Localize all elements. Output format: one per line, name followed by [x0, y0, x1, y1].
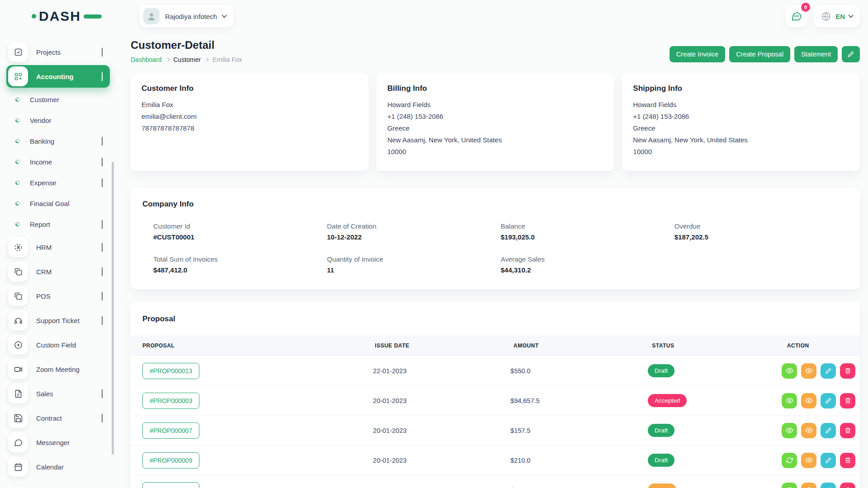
delete-button[interactable] — [840, 393, 855, 408]
sidebar-item-pos[interactable]: POS — [6, 285, 110, 307]
pencil-icon — [847, 51, 854, 58]
sidebar-subitem-expense[interactable]: Expense — [6, 173, 110, 192]
edit-button[interactable] — [821, 423, 836, 438]
shipping-zip: 10000 — [633, 146, 849, 157]
top-header: DASH Rajodiya infotech 0 EN — [0, 0, 868, 33]
preview-button[interactable] — [801, 423, 816, 438]
sidebar-item-messenger[interactable]: Messenger — [6, 431, 110, 454]
edit-button[interactable] — [821, 393, 836, 408]
pencil-icon — [825, 427, 832, 434]
chevron-right-icon — [102, 158, 103, 166]
delete-button[interactable] — [840, 363, 855, 379]
chevron-right-icon — [205, 58, 208, 61]
column-amount: AMOUNT — [514, 343, 652, 349]
amount: $550.0 — [510, 367, 648, 375]
sidebar-item-crm[interactable]: CRM — [6, 260, 110, 283]
proposal-id-link[interactable]: #PROP000013 — [142, 363, 199, 379]
delete-button[interactable] — [840, 483, 855, 488]
create-invoice-button[interactable]: Create Invoice — [670, 46, 726, 62]
delete-button[interactable] — [840, 453, 855, 468]
proposal-id-link[interactable]: #PROP000003 — [142, 393, 199, 409]
view-button[interactable] — [782, 423, 797, 438]
customer-info-card: Customer Info Emilia Fox emilia@client.c… — [131, 73, 368, 171]
sidebar-subitem-label: Finacial Goal — [30, 200, 70, 207]
card-title: Billing Info — [387, 84, 604, 93]
chevron-right-icon — [102, 414, 103, 422]
edit-button[interactable] — [821, 483, 836, 488]
edit-customer-button[interactable] — [842, 46, 860, 62]
card-title: Customer Info — [142, 84, 358, 93]
breadcrumb-dashboard[interactable]: Dashboard — [131, 56, 162, 63]
convert-button[interactable] — [782, 453, 797, 468]
proposal-table: PROPOSAL ISSUE DATE AMOUNT STATUS ACTION… — [131, 335, 860, 488]
customer-email: emilia@client.com — [142, 111, 358, 122]
bullet-icon — [15, 201, 20, 206]
sidebar-subitem-banking[interactable]: Banking — [6, 131, 110, 151]
preview-button[interactable] — [801, 363, 816, 379]
sidebar: Projects Accounting Customer Vendor Bank… — [0, 33, 115, 488]
sidebar-item-label: Messenger — [36, 439, 70, 446]
checkbox-icon — [8, 42, 28, 62]
statement-button[interactable]: Statement — [794, 46, 838, 62]
workspace-avatar — [143, 8, 160, 24]
bullet-icon — [15, 180, 20, 185]
trash-icon — [844, 457, 851, 464]
sidebar-subitem-finacial-goal[interactable]: Finacial Goal — [6, 193, 110, 213]
eye-icon — [805, 397, 813, 404]
billing-info-card: Billing Info Howard Fields +1 (248) 153-… — [377, 73, 614, 171]
sidebar-item-zoom-meeting[interactable]: Zoom Meeting — [6, 358, 110, 380]
sidebar-item-hrm[interactable]: HRM — [6, 236, 110, 258]
sidebar-subitem-customer[interactable]: Customer — [6, 89, 110, 109]
chevron-right-icon — [102, 220, 103, 229]
preview-button[interactable] — [801, 453, 816, 468]
create-proposal-button[interactable]: Create Proposal — [729, 46, 790, 62]
messages-button[interactable]: 0 — [786, 5, 807, 27]
edit-button[interactable] — [821, 453, 836, 468]
sidebar-item-projects[interactable]: Projects — [6, 41, 110, 63]
calendar-icon — [8, 457, 28, 477]
view-button[interactable] — [782, 393, 797, 408]
proposal-id-link[interactable]: #PROP000004 — [142, 482, 199, 488]
sidebar-item-accounting[interactable]: Accounting — [6, 65, 110, 88]
table-header-row: PROPOSAL ISSUE DATE AMOUNT STATUS ACTION — [131, 335, 860, 356]
table-row: #PROP000013 22-01-2023 $550.0 Draft — [131, 356, 860, 386]
preview-button[interactable] — [801, 483, 816, 488]
sidebar-subitem-label: Banking — [30, 137, 54, 145]
sidebar-subitem-report[interactable]: Report — [6, 214, 110, 234]
page-title: Customer-Detail — [131, 39, 242, 52]
view-button[interactable] — [782, 483, 797, 488]
sidebar-subitem-label: Vendor — [30, 117, 52, 124]
proposal-id-link[interactable]: #PROP000007 — [142, 422, 199, 439]
breadcrumb-current: Emilia Fox — [212, 56, 242, 63]
sidebar-item-custom-field[interactable]: Custom Field — [6, 333, 110, 356]
column-issue-date: ISSUE DATE — [375, 343, 513, 349]
sidebar-item-label: Projects — [36, 48, 61, 56]
sidebar-subitem-vendor[interactable]: Vendor — [6, 110, 110, 130]
proposal-id-link[interactable]: #PROP000009 — [142, 452, 199, 469]
card-title: Company Info — [142, 200, 848, 209]
status-badge: Draft — [648, 364, 675, 377]
issue-date: 22-01-2023 — [373, 367, 510, 375]
preview-button[interactable] — [801, 393, 816, 408]
breadcrumb-customer[interactable]: Customer — [174, 56, 201, 63]
trash-icon — [844, 397, 851, 404]
status-badge: Draft — [648, 454, 675, 467]
sidebar-scrollbar[interactable] — [112, 162, 114, 455]
language-selector[interactable]: EN — [814, 5, 860, 27]
sidebar-item-contract[interactable]: Contract — [6, 407, 110, 429]
delete-button[interactable] — [840, 423, 855, 438]
workspace-switcher[interactable]: Rajodiya infotech — [140, 5, 233, 27]
chevron-right-icon — [102, 267, 103, 276]
sidebar-item-sales[interactable]: Sales — [6, 382, 110, 405]
column-proposal: PROPOSAL — [131, 343, 375, 349]
view-button[interactable] — [782, 363, 797, 379]
sidebar-item-support-ticket[interactable]: Support Ticket — [6, 309, 110, 332]
trash-icon — [844, 427, 851, 434]
sidebar-item-label: Sales — [36, 390, 53, 398]
notification-badge: 0 — [801, 3, 810, 12]
sidebar-item-calendar[interactable]: Calendar — [6, 455, 110, 478]
edit-button[interactable] — [821, 363, 836, 379]
main-content: Customer-Detail Dashboard Customer Emili… — [115, 33, 868, 488]
sidebar-subitem-income[interactable]: Income — [6, 152, 110, 172]
sidebar-item-label: POS — [36, 292, 51, 300]
